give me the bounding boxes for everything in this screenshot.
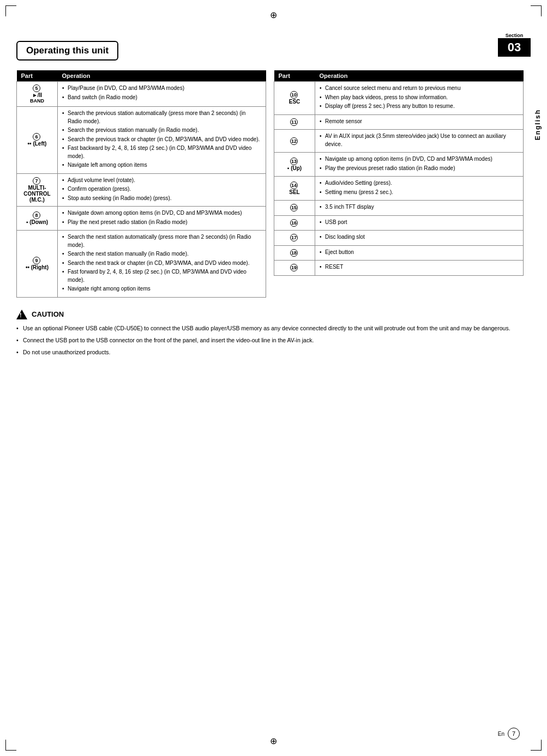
list-item: 3.5 inch TFT display xyxy=(320,203,519,211)
list-item: Remote sensor xyxy=(320,118,519,126)
list-item: Search the previous station manually (in… xyxy=(62,126,261,135)
caution-section: CAUTION Use an optional Pioneer USB cabl… xyxy=(16,310,524,357)
page-en-label: En xyxy=(498,731,504,737)
list-item: Connect the USB port to the USB connecto… xyxy=(16,336,524,344)
page: ⊕ ⊕ Section 03 English Operating this un… xyxy=(0,0,547,756)
table-row-part: 14SEL xyxy=(274,177,315,201)
list-item: AV in AUX input jack (3.5mm stereo/video… xyxy=(320,132,519,148)
table-row-operation: Navigate up among option items (in DVD, … xyxy=(315,153,524,177)
table-row-operation: Eject button xyxy=(315,245,524,261)
table-row-part: 13▪ (Up) xyxy=(274,153,315,177)
corner-mark-bl xyxy=(5,740,16,751)
list-item: Play the previous preset radio station (… xyxy=(320,165,519,173)
compass-bottom-icon: ⊕ xyxy=(270,736,277,746)
list-item: Navigate up among option items (in DVD, … xyxy=(320,155,519,164)
table-row-operation: Search the next station automatically (p… xyxy=(58,231,266,298)
list-item: Disc loading slot xyxy=(320,233,519,241)
table-row-part: 11 xyxy=(274,114,315,130)
language-label: English xyxy=(534,109,542,140)
section-box: Section 03 xyxy=(498,33,531,57)
list-item: Search the next track or chapter (in CD,… xyxy=(62,259,261,268)
table-row-operation: USB port xyxy=(315,215,524,231)
list-item: Fast backward by 2, 4, 8, 16 step (2 sec… xyxy=(62,144,261,160)
list-item: Use an optional Pioneer USB cable (CD-U5… xyxy=(16,324,524,332)
caution-triangle-icon xyxy=(16,310,27,319)
table-row-operation: Navigate down among option items (in DVD… xyxy=(58,207,266,231)
table-row-part: 9•• (Right) xyxy=(17,231,58,298)
list-item: Search the next station automatically (p… xyxy=(62,233,261,249)
list-item: Stop auto seeking (in Radio mode) (press… xyxy=(62,195,261,203)
right-table-container: Part Operation 10ESCCancel source select… xyxy=(274,70,524,298)
table-row-operation: 3.5 inch TFT display xyxy=(315,201,524,216)
table-row-part: 17 xyxy=(274,231,315,246)
table-row-part: 5►/IIBAND xyxy=(17,82,58,107)
table-row-operation: RESET xyxy=(315,261,524,276)
right-header-operation: Operation xyxy=(315,70,524,82)
list-item: Fast forward by 2, 4, 8, 16 step (2 sec.… xyxy=(62,268,261,284)
list-item: Eject button xyxy=(320,249,519,257)
list-item: Display off (press 2 sec.) Press any but… xyxy=(320,102,519,111)
left-table: Part Operation 5►/IIBANDPlay/Pause (in D… xyxy=(16,70,266,298)
corner-mark-br xyxy=(531,740,542,751)
left-table-container: Part Operation 5►/IIBANDPlay/Pause (in D… xyxy=(16,70,266,298)
list-item: Play the next preset radio station (in R… xyxy=(62,219,261,227)
table-row-part: 8▪ (Down) xyxy=(17,207,58,231)
list-item: Play/Pause (in DVD, CD and MP3/WMA modes… xyxy=(62,84,261,93)
section-number: 03 xyxy=(498,38,531,57)
left-header-operation: Operation xyxy=(58,70,266,82)
table-row-operation: Search the previous station automaticall… xyxy=(58,107,266,174)
caution-body: Use an optional Pioneer USB cable (CD-U5… xyxy=(16,324,524,357)
table-row-operation: Audio/video Setting (press).Setting menu… xyxy=(315,177,524,201)
list-item: Search the previous track or chapter (in… xyxy=(62,136,261,144)
table-row-operation: Disc loading slot xyxy=(315,231,524,246)
list-item: Search the previous station automaticall… xyxy=(62,110,261,125)
table-row-part: 6•• (Left) xyxy=(17,107,58,174)
section-label: Section xyxy=(498,33,531,38)
list-item: Band switch (in Radio mode) xyxy=(62,94,261,102)
list-item: Navigate left among option items xyxy=(62,161,261,170)
table-row-part: 18 xyxy=(274,245,315,261)
list-item: Search the next station manually (in Rad… xyxy=(62,250,261,258)
list-item: Audio/video Setting (press). xyxy=(320,179,519,188)
table-row-part: 16 xyxy=(274,215,315,231)
table-row-part: 10ESC xyxy=(274,82,315,115)
list-item: RESET xyxy=(320,263,519,271)
table-row-operation: AV in AUX input jack (3.5mm stereo/video… xyxy=(315,130,524,153)
page-number: 7 xyxy=(508,728,520,740)
table-row-operation: Remote sensor xyxy=(315,114,524,130)
left-header-part: Part xyxy=(17,70,58,82)
table-row-part: 15 xyxy=(274,201,315,216)
table-row-operation: Adjust volume level (rotate).Confirm ope… xyxy=(58,173,266,207)
list-item: Do not use unauthorized products. xyxy=(16,348,524,356)
list-item: When play back videos, press to show inf… xyxy=(320,94,519,102)
table-row-operation: Play/Pause (in DVD, CD and MP3/WMA modes… xyxy=(58,82,266,107)
right-table: Part Operation 10ESCCancel source select… xyxy=(274,70,524,276)
right-header-part: Part xyxy=(274,70,315,82)
list-item: Adjust volume level (rotate). xyxy=(62,177,261,185)
table-row-part: 19 xyxy=(274,261,315,276)
list-item: USB port xyxy=(320,219,519,227)
table-row-operation: Cancel source select menu and return to … xyxy=(315,82,524,115)
caution-label: CAUTION xyxy=(32,310,64,318)
page-title: Operating this unit xyxy=(16,41,118,61)
table-row-part: 7MULTI- CONTROL (M.C.) xyxy=(17,173,58,207)
corner-mark-tl xyxy=(5,5,16,16)
list-item: Navigate right among option items xyxy=(62,285,261,293)
compass-top-icon: ⊕ xyxy=(270,10,277,20)
corner-mark-tr xyxy=(531,5,542,16)
table-row-part: 12 xyxy=(274,130,315,153)
list-item: Confirm operation (press). xyxy=(62,185,261,193)
list-item: Navigate down among option items (in DVD… xyxy=(62,209,261,217)
main-content: Part Operation 5►/IIBANDPlay/Pause (in D… xyxy=(16,70,524,298)
caution-title: CAUTION xyxy=(16,310,524,319)
list-item: Cancel source select menu and return to … xyxy=(320,84,519,93)
list-item: Setting menu (press 2 sec.). xyxy=(320,189,519,197)
